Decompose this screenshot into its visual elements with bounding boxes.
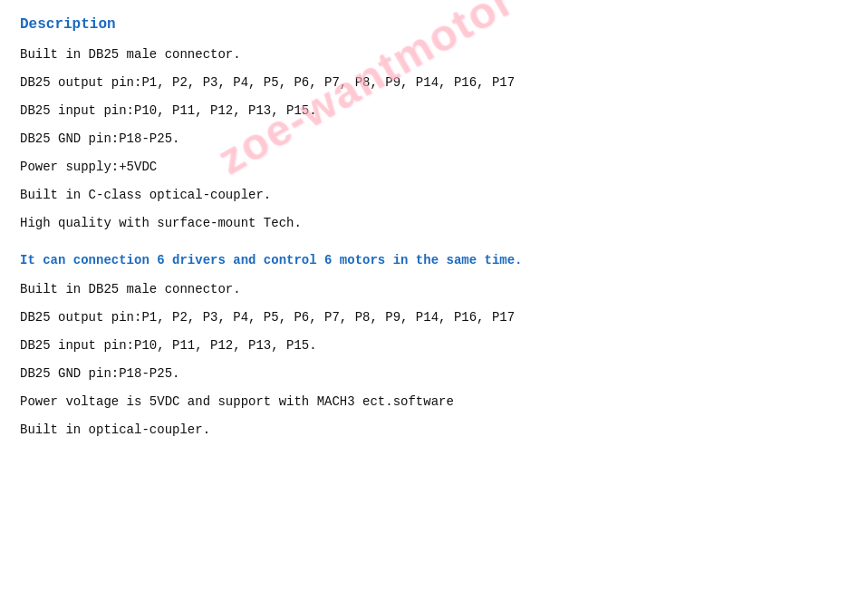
highlight-text: It can connection 6 drivers and control … bbox=[20, 253, 523, 267]
spec-line-1-2: DB25 input pin:P10, P11, P12, P13, P15. bbox=[20, 102, 848, 121]
spec-line-1-4: Power supply:+5VDC bbox=[20, 158, 848, 177]
spec-line-1-5: Built in C-class optical-coupler. bbox=[20, 186, 848, 205]
spec-line-1-1: DB25 output pin:P1, P2, P3, P4, P5, P6, … bbox=[20, 73, 848, 92]
spec-line-1-6: High quality with surface-mount Tech. bbox=[20, 214, 848, 233]
spec-line-2-3: DB25 GND pin:P18-P25. bbox=[20, 364, 848, 384]
spec-line-2-2: DB25 input pin:P10, P11, P12, P13, P15. bbox=[20, 336, 848, 355]
spec-line-2-4: Power voltage is 5VDC and support with M… bbox=[20, 393, 848, 412]
highlight-section: It can connection 6 drivers and control … bbox=[20, 253, 848, 267]
spec-line-1-3: DB25 GND pin:P18-P25. bbox=[20, 130, 848, 149]
spec-line-2-0: Built in DB25 male connector. bbox=[20, 280, 848, 299]
page-container: zoe-wantmotor Description Built in DB25 … bbox=[0, 0, 868, 465]
spec-line-1-0: Built in DB25 male connector. bbox=[20, 45, 848, 64]
spec-line-2-5: Built in optical-coupler. bbox=[20, 421, 848, 440]
spec-line-2-1: DB25 output pin:P1, P2, P3, P4, P5, P6, … bbox=[20, 308, 848, 327]
section1-heading: Description bbox=[20, 16, 848, 33]
